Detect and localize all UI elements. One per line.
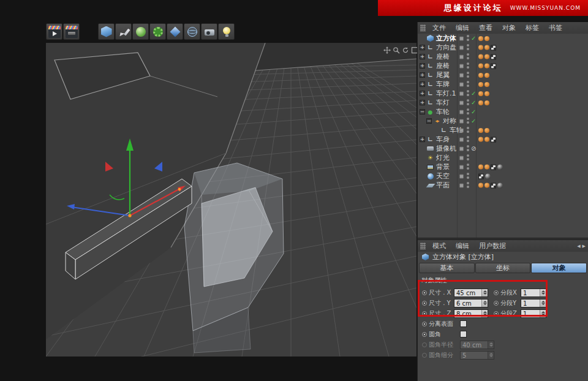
visibility-dots-icon[interactable] [467, 81, 469, 83]
viewport-canvas[interactable] [46, 43, 417, 356]
texture-tag-icon[interactable] [491, 164, 496, 170]
phong-tag-icon[interactable] [478, 36, 483, 41]
phong-tag-icon[interactable] [484, 128, 489, 133]
tool-bulb-button[interactable] [218, 23, 235, 40]
object-row[interactable]: −◂▸对称✓ [418, 116, 588, 126]
phong-tag-icon[interactable] [478, 73, 483, 78]
phong-tag-icon[interactable] [478, 128, 483, 133]
layer-chip[interactable] [459, 64, 464, 68]
object-row[interactable]: +∟车牌 [418, 80, 588, 89]
stepper-icon[interactable] [481, 300, 488, 307]
keyframe-dot-icon[interactable] [494, 290, 499, 295]
object-row[interactable]: +∟尾翼 [418, 70, 588, 80]
visibility-dots-icon[interactable] [467, 118, 469, 120]
phong-tag-icon[interactable] [484, 36, 489, 41]
tab-object[interactable]: 对象 [531, 263, 587, 273]
phong-tag-icon[interactable] [478, 55, 483, 59]
phong-tag-icon[interactable] [484, 100, 489, 105]
expander-plus-icon[interactable]: + [420, 137, 425, 142]
tool-clapper-play-button[interactable] [46, 23, 62, 40]
phong-tag-icon[interactable] [478, 64, 483, 69]
expander-plus-icon[interactable]: + [420, 45, 425, 50]
layer-chip[interactable] [459, 183, 464, 187]
phong-tag-icon[interactable] [484, 165, 489, 170]
texture-tag-icon[interactable] [491, 45, 496, 50]
tab-coordinates[interactable]: 坐标 [475, 263, 531, 273]
stepper-icon[interactable] [488, 341, 494, 349]
segments-input[interactable]: 1 [521, 299, 546, 307]
expander-plus-icon[interactable]: + [420, 81, 425, 87]
visibility-dots-icon[interactable] [467, 136, 469, 138]
layer-chip[interactable] [459, 36, 464, 40]
sphere-tag-icon[interactable] [497, 164, 503, 170]
visibility-dots-icon[interactable] [467, 108, 469, 111]
enabled-check-icon[interactable]: ✓ [471, 98, 476, 107]
segments-input[interactable]: 1 [521, 309, 546, 318]
visibility-dots-icon[interactable] [467, 62, 469, 65]
menu-item[interactable]: 标签 [521, 23, 544, 32]
phong-tag-icon[interactable] [484, 82, 489, 87]
texture-tag-icon[interactable] [491, 137, 496, 142]
menu-item[interactable]: 文件 [428, 23, 451, 32]
phong-tag-icon[interactable] [484, 73, 489, 78]
pan-icon[interactable] [383, 45, 391, 52]
object-row[interactable]: ☀灯光 [418, 153, 588, 162]
keyframe-dot-icon[interactable] [422, 290, 427, 295]
object-row[interactable]: +∟车身 [418, 135, 588, 144]
layer-chip[interactable] [459, 100, 464, 105]
visibility-dots-icon[interactable] [467, 145, 469, 148]
phong-tag-icon[interactable] [484, 137, 489, 142]
tool-cube-button[interactable] [98, 23, 115, 40]
object-row[interactable]: 摄像机⊘ [418, 144, 588, 153]
object-row[interactable]: 天空 [418, 172, 588, 181]
phong-tag-icon[interactable] [484, 91, 489, 96]
menu-item[interactable]: 编辑 [451, 23, 474, 32]
expander-minus-icon[interactable]: − [426, 118, 432, 124]
keyframe-dot-icon[interactable] [494, 301, 499, 306]
object-row[interactable]: 平面 [418, 181, 588, 190]
tool-camera-button[interactable] [201, 23, 217, 40]
layer-chip[interactable] [459, 137, 464, 141]
phong-tag-icon[interactable] [478, 183, 483, 188]
object-row[interactable]: +∟车灯✓ [418, 98, 588, 107]
phong-tag-icon[interactable] [478, 91, 483, 96]
stepper-icon[interactable] [540, 289, 546, 296]
object-row[interactable]: ∟车轮 [418, 126, 588, 135]
keyframe-dot-icon[interactable] [422, 301, 427, 306]
layer-chip[interactable] [459, 174, 464, 178]
tool-pen-button[interactable] [115, 23, 132, 40]
gizmo-origin-handle[interactable] [128, 214, 131, 217]
layer-chip[interactable] [459, 91, 464, 96]
tool-clapper-button[interactable] [63, 23, 80, 40]
layer-chip[interactable] [459, 156, 464, 160]
visibility-dots-icon[interactable] [467, 72, 469, 74]
checkbox[interactable] [460, 331, 467, 338]
enabled-check-icon[interactable]: ✓ [471, 116, 476, 126]
expander-plus-icon[interactable]: + [420, 91, 425, 96]
expander-plus-icon[interactable]: + [420, 72, 425, 78]
texture-tag-icon[interactable] [491, 183, 496, 188]
texture-tag-icon[interactable] [491, 54, 496, 59]
object-row[interactable]: +∟座椅 [418, 52, 588, 61]
visibility-dots-icon[interactable] [467, 154, 469, 157]
keyframe-dot-icon[interactable] [422, 322, 427, 326]
panel-grip-icon[interactable] [420, 25, 426, 31]
stepper-icon[interactable] [540, 300, 546, 307]
menu-item[interactable]: 编辑 [451, 241, 474, 251]
disabled-input[interactable]: 40 cm [460, 341, 494, 349]
segments-input[interactable]: 1 [521, 289, 546, 297]
menu-item[interactable]: 查看 [474, 23, 497, 32]
object-row[interactable]: +∟方向盘 [418, 43, 588, 52]
expander-plus-icon[interactable]: + [420, 100, 425, 105]
layer-chip[interactable] [459, 165, 464, 169]
enabled-check-icon[interactable]: ✓ [471, 34, 476, 43]
visibility-dots-icon[interactable] [467, 127, 469, 129]
keyframe-dot-icon[interactable] [422, 311, 427, 316]
disabled-input[interactable]: 5 [460, 351, 494, 360]
object-row[interactable]: +∟车灯.1✓ [418, 89, 588, 98]
expander-plus-icon[interactable]: + [420, 63, 425, 69]
visibility-dots-icon[interactable] [467, 90, 469, 92]
enabled-check-icon[interactable]: ✓ [471, 89, 476, 98]
sphere-tag-icon[interactable] [485, 173, 491, 179]
back-arrow-icon[interactable]: ◀ [577, 244, 580, 249]
